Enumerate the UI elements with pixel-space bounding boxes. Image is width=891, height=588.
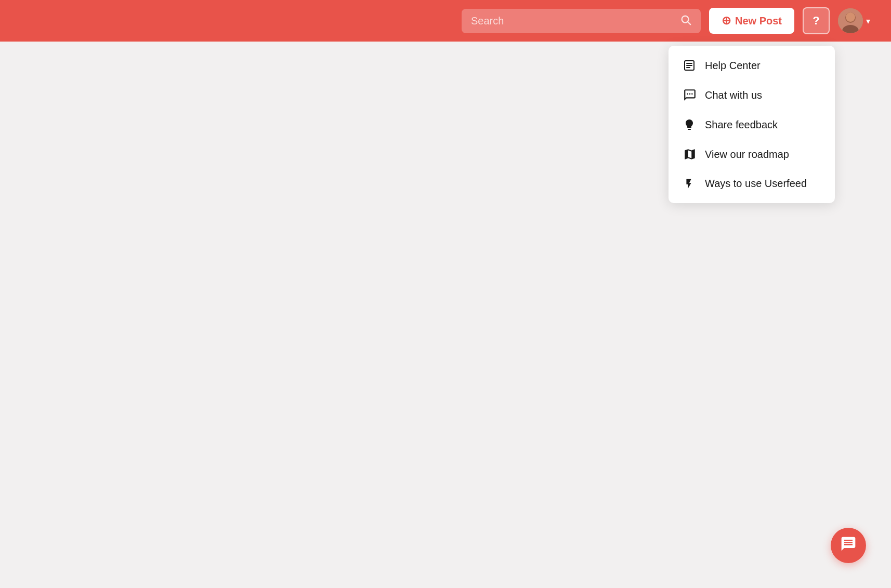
avatar-chevron-icon: ▾	[866, 16, 870, 26]
search-input[interactable]	[471, 15, 675, 27]
help-center-label: Help Center	[705, 60, 761, 72]
chat-icon	[683, 88, 698, 102]
help-dropdown-menu: Help Center Chat with us Share feedback	[669, 46, 835, 203]
new-post-label: New Post	[735, 15, 782, 27]
chat-widget-icon	[840, 536, 857, 556]
svg-point-11	[689, 93, 691, 95]
chat-widget-button[interactable]	[831, 528, 866, 563]
avatar-wrapper[interactable]: ▾	[838, 8, 870, 33]
menu-item-ways-to-use[interactable]: Ways to use Userfeed	[669, 169, 835, 198]
new-post-button[interactable]: ⊕ New Post	[709, 8, 794, 34]
plus-icon: ⊕	[722, 14, 731, 28]
avatar	[838, 8, 863, 33]
menu-item-view-roadmap[interactable]: View our roadmap	[669, 139, 835, 169]
share-feedback-label: Share feedback	[705, 119, 778, 131]
help-label: ?	[813, 14, 819, 28]
bolt-icon	[683, 178, 698, 190]
help-center-icon	[683, 59, 698, 72]
search-bar[interactable]	[462, 9, 701, 33]
menu-item-share-feedback[interactable]: Share feedback	[669, 110, 835, 139]
chat-with-us-label: Chat with us	[705, 89, 762, 101]
feedback-icon	[683, 118, 698, 131]
menu-item-help-center[interactable]: Help Center	[669, 51, 835, 80]
top-header: ⊕ New Post ? ▾	[0, 0, 891, 42]
help-button[interactable]: ?	[803, 7, 830, 34]
roadmap-icon	[683, 148, 698, 161]
svg-point-10	[687, 93, 688, 95]
svg-point-12	[691, 93, 693, 95]
svg-line-1	[688, 22, 690, 24]
search-icon	[680, 14, 691, 28]
ways-to-use-label: Ways to use Userfeed	[705, 178, 807, 190]
svg-point-5	[846, 12, 855, 22]
view-roadmap-label: View our roadmap	[705, 149, 789, 161]
menu-item-chat-with-us[interactable]: Chat with us	[669, 80, 835, 110]
